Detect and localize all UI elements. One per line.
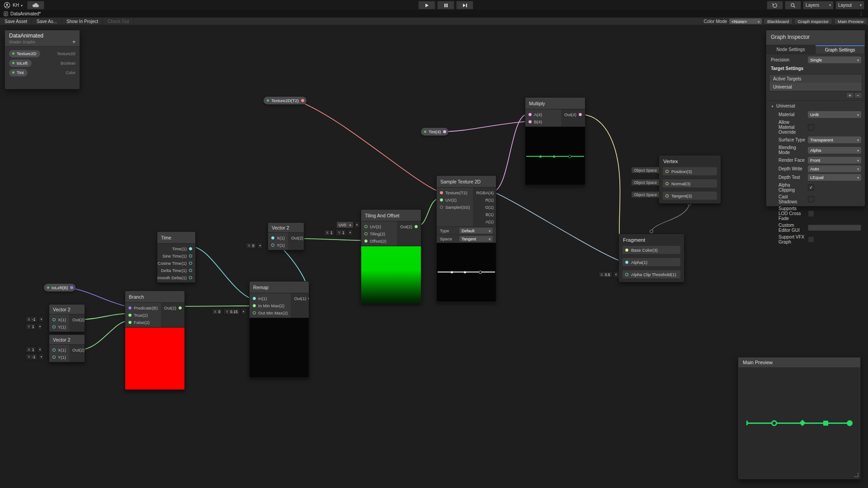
list-item[interactable]: Texture2D Texture2D	[5, 49, 80, 58]
type-dropdown[interactable]: Default	[459, 228, 493, 234]
remove-target-button[interactable]: −	[854, 92, 862, 99]
port-b-in[interactable]	[528, 120, 532, 123]
main-preview-viewport[interactable]	[739, 368, 860, 479]
port-x-in[interactable]	[271, 236, 274, 239]
blackboard-header[interactable]: DataAnimated Shader Graphs +	[5, 30, 80, 47]
node-vector2-a[interactable]: Vector 2 X(1) Y(1) Out(2)	[49, 304, 85, 332]
port-basecolor-in[interactable]	[625, 249, 628, 252]
port-out[interactable]	[179, 306, 182, 310]
port-g-out[interactable]	[496, 206, 496, 209]
port-normal-in[interactable]	[665, 182, 669, 185]
port-position-in[interactable]	[665, 170, 669, 173]
port-out[interactable]	[308, 297, 309, 300]
port-inminmax-in[interactable]	[253, 304, 256, 307]
block-position[interactable]: Position(3)	[663, 167, 717, 175]
block-alpha-clip[interactable]: Alpha Clip Threshold(1)	[623, 270, 680, 278]
y-value-field[interactable]: Y1	[335, 229, 346, 236]
precision-dropdown[interactable]: Single	[808, 56, 861, 63]
port-smoothdelta-out[interactable]	[189, 276, 192, 279]
port-texture2d-out[interactable]	[301, 99, 304, 102]
port-uv-in[interactable]	[440, 198, 443, 202]
cast-shadows-checkbox[interactable]	[808, 196, 814, 202]
node-time[interactable]: Time Time(1) Sine Time(1) Cosine Time(1)…	[157, 231, 196, 283]
port-sinetime-out[interactable]	[189, 254, 192, 258]
port-tangent-in[interactable]	[665, 194, 669, 197]
tab-node-settings[interactable]: Node Settings	[766, 45, 816, 54]
surface-type-dropdown[interactable]: Transparent	[808, 136, 861, 143]
port-offset-in[interactable]	[364, 239, 368, 243]
port-texture-in[interactable]	[440, 191, 443, 194]
port-cosinetime-out[interactable]	[189, 262, 192, 265]
uv-channel-dropdown[interactable]: UV0	[336, 221, 354, 228]
port-predicate-in[interactable]	[128, 306, 132, 310]
target-universal-item[interactable]: Universal	[769, 83, 862, 91]
x-value-field[interactable]: X-1	[25, 316, 38, 323]
list-item[interactable]: Tint Color	[5, 68, 80, 77]
add-property-button[interactable]: +	[72, 40, 75, 44]
main-preview-title[interactable]: Main Preview	[738, 357, 860, 368]
inspector-title[interactable]: Graph Inspector	[766, 30, 865, 45]
depth-test-dropdown[interactable]: LEqual	[808, 174, 861, 181]
port-in[interactable]	[253, 297, 256, 300]
material-dropdown[interactable]: Unlit	[808, 111, 861, 118]
tab-graph-settings[interactable]: Graph Settings	[816, 45, 865, 54]
block-tangent[interactable]: Tangent(3)	[663, 192, 717, 200]
support-vfx-checkbox[interactable]	[808, 236, 814, 243]
add-target-button[interactable]: +	[846, 92, 854, 99]
port-alphaclip-in[interactable]	[625, 273, 628, 276]
port-x-in[interactable]	[52, 348, 56, 352]
port-outminmax-in[interactable]	[253, 311, 256, 314]
node-tiling-and-offset[interactable]: Tiling And Offset UV(2) Tiling(2) Offset…	[361, 209, 421, 304]
node-vector2-b[interactable]: Vector 2 X(1) Y(1) Out(2)	[49, 334, 85, 362]
port-rgba-out[interactable]	[496, 191, 496, 194]
port-y-in[interactable]	[271, 244, 274, 247]
port-y-in[interactable]	[52, 325, 56, 328]
node-vector2-top[interactable]: Vector 2 X(1) Y(1) Out(2)	[268, 222, 304, 250]
port-false-in[interactable]	[128, 321, 132, 324]
render-face-dropdown[interactable]: Front	[808, 157, 861, 164]
port-a-in[interactable]	[528, 113, 532, 116]
port-b-out[interactable]	[496, 213, 496, 216]
space-dropdown[interactable]: Tangent	[459, 236, 493, 242]
node-sample-texture-2d[interactable]: Sample Texture 2D Texture(T2) UV(2) Samp…	[436, 175, 496, 302]
port-y-in[interactable]	[52, 356, 56, 359]
port-out[interactable]	[415, 225, 418, 228]
port-uv-in[interactable]	[364, 225, 368, 228]
object-space-pill[interactable]: Object Space	[631, 179, 660, 186]
block-normal[interactable]: Normal(3)	[663, 179, 717, 188]
port-tint-out[interactable]	[443, 130, 446, 133]
port-a-out[interactable]	[496, 220, 496, 223]
port-true-in[interactable]	[128, 314, 132, 317]
allow-material-override-checkbox[interactable]	[808, 124, 814, 131]
port-r-out[interactable]	[496, 198, 496, 202]
y-value-field[interactable]: Y1	[25, 323, 36, 330]
y-value-field[interactable]: Y0	[245, 242, 256, 249]
y-value-field[interactable]: Y-1	[25, 353, 38, 360]
property-pill-texture2d[interactable]: Texture2D(T2)	[264, 97, 307, 104]
port-alpha-in[interactable]	[625, 261, 628, 264]
list-item[interactable]: toLeft Boolean	[5, 58, 80, 68]
node-remap[interactable]: Remap In(1) In Min Max(2) Out Min Max(2)…	[249, 281, 309, 378]
object-space-pill[interactable]: Object Space	[631, 167, 660, 174]
depth-write-dropdown[interactable]: Auto	[808, 165, 861, 172]
object-space-pill[interactable]: Object Space	[631, 191, 660, 198]
block-base-color[interactable]: Base Color(3)	[623, 246, 680, 254]
blackboard-panel[interactable]: DataAnimated Shader Graphs + Texture2D T…	[5, 30, 80, 89]
block-alpha[interactable]: Alpha(1)	[623, 258, 680, 266]
supports-lod-checkbox[interactable]	[808, 211, 814, 217]
port-sampler-in[interactable]	[440, 206, 443, 209]
node-multiply[interactable]: Multiply A(4) B(4) Out(4)	[525, 97, 585, 185]
universal-foldout[interactable]: Universal	[771, 103, 861, 109]
x-value-field[interactable]: X1	[324, 229, 335, 236]
port-deltatime-out[interactable]	[189, 269, 192, 272]
node-fragment[interactable]: Fragment Base Color(3) Alpha(1) Alpha Cl…	[618, 234, 684, 282]
port-x-in[interactable]	[52, 318, 56, 321]
graph-inspector-panel[interactable]: Graph Inspector Node Settings Graph Sett…	[766, 30, 865, 206]
port-toleft-out[interactable]	[70, 286, 73, 289]
port-time-out[interactable]	[189, 247, 192, 250]
property-pill-tint[interactable]: Tint(4)	[421, 128, 448, 136]
property-pill-toleft[interactable]: toLeft(B)	[44, 284, 75, 291]
y-value-field[interactable]: Y0.15	[223, 308, 240, 315]
x-value-field[interactable]: X1	[25, 346, 36, 353]
x-value-field[interactable]: X0.5	[598, 271, 613, 278]
